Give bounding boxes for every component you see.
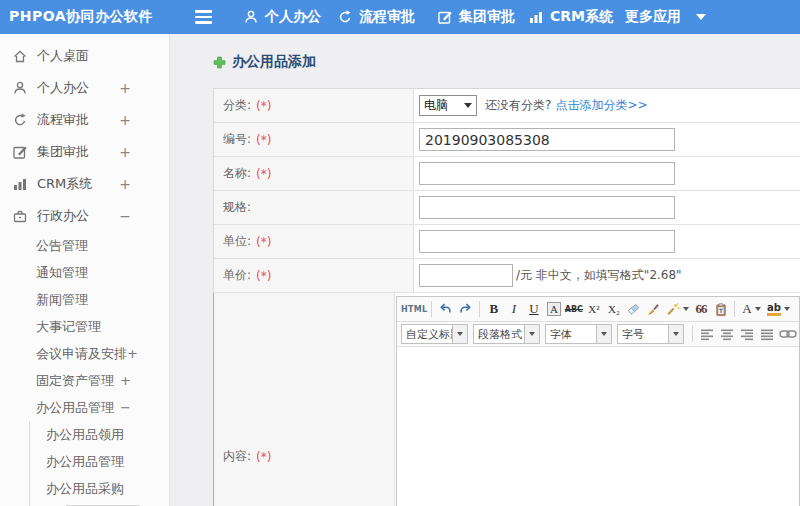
sidebar-item-events-mgmt[interactable]: 大事记管理: [0, 313, 169, 340]
collapse-minus-icon: −: [120, 400, 131, 415]
bold-button[interactable]: B: [484, 299, 503, 319]
spec-input[interactable]: [419, 196, 675, 219]
align-center-button[interactable]: [717, 324, 736, 344]
nav-personal-office[interactable]: 个人办公: [243, 0, 321, 34]
insert-link-button[interactable]: [777, 324, 799, 344]
sidebar-item-label: 办公用品领用: [46, 426, 124, 444]
redo-button[interactable]: [456, 299, 475, 319]
more-apps-dropdown[interactable]: [696, 0, 706, 34]
sidebar-item-notice-mgmt[interactable]: 通知管理: [0, 259, 169, 286]
blockquote-button[interactable]: 66: [691, 299, 710, 319]
home-icon: [12, 48, 28, 64]
page-title: 办公用品添加: [213, 52, 800, 72]
sidebar-item-announcement-mgmt[interactable]: 公告管理: [0, 232, 169, 259]
sidebar-item-flow-approval[interactable]: 流程审批 +: [0, 104, 169, 136]
format-painter-button[interactable]: [644, 299, 663, 319]
label-text: 内容:: [223, 448, 251, 465]
font-family-select[interactable]: 字体: [545, 324, 612, 344]
remove-format-button[interactable]: [624, 299, 643, 319]
select-dropdown-button[interactable]: [668, 325, 683, 343]
sidebar-item-crm[interactable]: CRM系统 +: [0, 168, 169, 200]
sidebar-item-supplies-manage[interactable]: 办公用品管理: [30, 448, 169, 475]
dropdown-caret-icon: [784, 307, 790, 311]
name-input[interactable]: [419, 162, 675, 185]
sidebar-item-label: 行政办公: [37, 207, 89, 225]
edit-icon: [12, 144, 28, 160]
brush-icon: [646, 302, 661, 316]
sidebar-item-supplies-claim[interactable]: 办公用品领用: [30, 421, 169, 448]
sidebar-item-office-supplies-mgmt[interactable]: 办公用品管理 −: [0, 394, 169, 421]
editor-content-area[interactable]: [397, 347, 799, 506]
superscript-button[interactable]: X²: [584, 299, 603, 319]
html-source-button[interactable]: HTML: [401, 299, 427, 319]
font-color-button[interactable]: A: [739, 299, 763, 319]
add-category-link[interactable]: 点击添加分类>>: [555, 97, 647, 114]
sidebar-item-truncated[interactable]: [30, 502, 169, 506]
nav-crm-system[interactable]: CRM系统: [528, 0, 613, 34]
sidebar-item-admin-office[interactable]: 行政办公 −: [0, 200, 169, 232]
sidebar-item-fixed-assets-mgmt[interactable]: 固定资产管理 +: [0, 367, 169, 394]
select-dropdown-button[interactable]: [524, 325, 539, 343]
nav-flow-approval[interactable]: 流程审批: [337, 0, 415, 34]
undo-button[interactable]: [436, 299, 455, 319]
sidebar-item-label: 办公用品管理: [36, 399, 114, 417]
expand-plus-icon: +: [119, 176, 131, 192]
form-row-content: 内容: (*) HTML: [213, 293, 800, 506]
char-border-button[interactable]: A: [544, 299, 563, 319]
category-select[interactable]: 电脑: [419, 95, 477, 116]
strikethrough-button[interactable]: ABC: [564, 299, 583, 319]
dropdown-caret-icon: [673, 332, 679, 336]
underline-button[interactable]: U: [524, 299, 543, 319]
sidebar-item-label: 集团审批: [37, 143, 89, 161]
hamburger-menu-icon[interactable]: [195, 10, 212, 27]
nav-label: 更多应用: [625, 8, 681, 26]
field-label-price: 单价: (*): [214, 259, 414, 292]
sidebar-item-desktop[interactable]: 个人桌面: [0, 40, 169, 72]
paragraph-format-select[interactable]: 段落格式: [473, 324, 540, 344]
eraser-icon: [626, 302, 641, 316]
field-label-content: 内容: (*): [214, 293, 395, 506]
sidebar-item-meeting-mgmt[interactable]: 会议申请及安排 +: [0, 340, 169, 367]
magic-wand-icon: [666, 302, 680, 316]
align-right-button[interactable]: [737, 324, 756, 344]
dropdown-caret-icon: [755, 307, 761, 311]
custom-title-select[interactable]: 自定义标题: [401, 324, 468, 344]
dropdown-caret-icon: [457, 332, 463, 336]
flow-arrow-icon: [12, 112, 28, 128]
sidebar-subgroup-office-supplies: 办公用品领用 办公用品管理 办公用品采购: [29, 421, 169, 506]
nav-more-apps[interactable]: 更多应用: [625, 0, 681, 34]
select-dropdown-button[interactable]: [452, 325, 467, 343]
sidebar-item-label: 会议申请及安排: [36, 345, 127, 363]
italic-button[interactable]: I: [504, 299, 523, 319]
select-arrow-icon: [464, 103, 472, 108]
nav-label: 流程审批: [359, 8, 415, 26]
select-value: 自定义标题: [402, 327, 452, 342]
bar-chart-icon: [528, 9, 544, 25]
subscript-button[interactable]: X₂: [604, 299, 623, 319]
sidebar-item-group-approval[interactable]: 集团审批 +: [0, 136, 169, 168]
nav-group-approval[interactable]: 集团审批: [437, 0, 515, 34]
no-category-hint: 还没有分类?: [485, 97, 551, 114]
code-input[interactable]: [419, 128, 675, 151]
unit-input[interactable]: [419, 230, 675, 253]
price-input[interactable]: [419, 264, 513, 287]
expand-plus-icon: +: [119, 144, 131, 160]
auto-typeset-button[interactable]: [664, 299, 690, 319]
sidebar-item-supplies-purchase[interactable]: 办公用品采购: [30, 475, 169, 502]
font-size-select[interactable]: 字号: [617, 324, 684, 344]
highlight-color-button[interactable]: ab: [764, 299, 792, 319]
sidebar-item-label: 个人办公: [37, 79, 89, 97]
sidebar-item-label: 流程审批: [37, 111, 89, 129]
sidebar-item-news-mgmt[interactable]: 新闻管理: [0, 286, 169, 313]
align-left-button[interactable]: [697, 324, 716, 344]
main-content: 办公用品添加 分类: (*) 电脑 还没有分类? 点击添加分类>>: [170, 34, 800, 506]
sidebar-item-label: 固定资产管理: [36, 372, 114, 390]
nav-label: 个人办公: [265, 8, 321, 26]
form-row-category: 分类: (*) 电脑 还没有分类? 点击添加分类>>: [214, 89, 800, 123]
redo-icon: [458, 302, 473, 316]
paste-text-button[interactable]: T: [711, 299, 730, 319]
sidebar-item-personal-office[interactable]: 个人办公 +: [0, 72, 169, 104]
align-justify-button[interactable]: [757, 324, 776, 344]
page-title-text: 办公用品添加: [232, 53, 316, 71]
select-dropdown-button[interactable]: [596, 325, 611, 343]
